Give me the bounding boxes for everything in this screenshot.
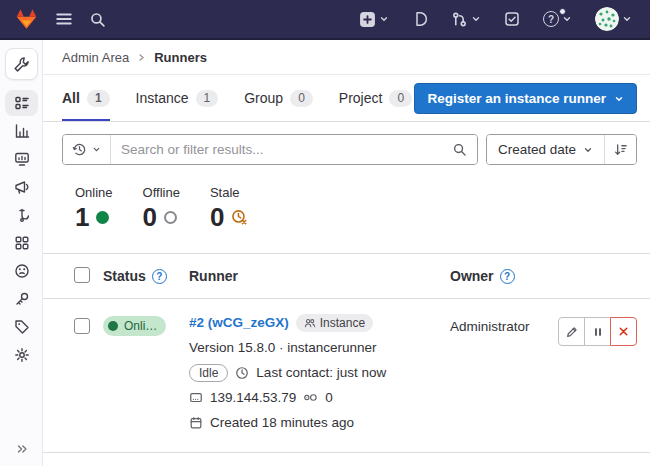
gear-icon	[14, 347, 30, 363]
column-header-owner: Owner	[450, 268, 494, 284]
stale-status-icon	[231, 209, 248, 226]
runner-row: Onli… #2 (wCG_zeGX) Instance Version 15.…	[43, 299, 650, 453]
online-status-icon	[96, 211, 109, 224]
overview-icon	[14, 95, 30, 111]
sidebar-item-system-hooks[interactable]	[5, 202, 38, 228]
search-icon	[452, 142, 467, 157]
search-history-button[interactable]	[63, 135, 111, 164]
tab-all-count-badge: 1	[87, 90, 110, 107]
sidebar-item-settings[interactable]	[5, 342, 38, 368]
hook-icon	[14, 207, 30, 223]
issues-icon	[412, 11, 428, 27]
breadcrumb: Admin Area Runners	[43, 40, 650, 75]
monitor-icon	[14, 151, 30, 167]
top-bar: ?	[0, 0, 650, 40]
sidebar-item-monitoring[interactable]	[5, 146, 38, 172]
plus-square-icon	[359, 11, 376, 28]
search-input[interactable]	[111, 142, 442, 157]
stat-online: Online 1	[75, 185, 113, 231]
sidebar-item-applications[interactable]	[5, 230, 38, 256]
chevron-down-icon	[583, 145, 593, 155]
select-all-checkbox[interactable]	[74, 267, 90, 283]
sort-control: Created date	[486, 134, 637, 165]
people-icon	[304, 317, 316, 329]
sidebar-item-analytics[interactable]	[5, 118, 38, 144]
search-button[interactable]	[85, 7, 110, 32]
column-header-status: Status	[103, 268, 146, 284]
avatar	[595, 7, 619, 31]
search-icon	[89, 11, 106, 28]
frown-face-icon	[14, 263, 30, 279]
sidebar-item-admin-area[interactable]	[5, 48, 38, 80]
sidebar-item-messages[interactable]	[5, 174, 38, 200]
runner-link[interactable]: #2 (wCG_zeGX)	[189, 315, 289, 330]
megaphone-icon	[14, 179, 30, 195]
new-menu-button[interactable]	[355, 7, 393, 32]
pause-runner-button[interactable]	[584, 317, 611, 346]
tab-project[interactable]: Project 0	[339, 75, 412, 121]
register-instance-runner-button[interactable]: Register an instance runner	[414, 83, 637, 114]
help-icon: ?	[543, 11, 559, 27]
last-contact: Last contact: just now	[256, 365, 386, 380]
history-icon	[72, 142, 87, 157]
jobs-count: 0	[325, 390, 333, 405]
column-header-runner: Runner	[189, 268, 238, 284]
status-help-icon[interactable]: ?	[152, 269, 167, 284]
sort-by-dropdown[interactable]: Created date	[487, 135, 604, 164]
menu-button[interactable]	[51, 6, 77, 32]
tab-all[interactable]: All 1	[62, 75, 110, 121]
filter-bar: Created date	[62, 134, 637, 165]
tag-icon	[14, 319, 30, 335]
runner-type-tabs: All 1 Instance 1 Group 0 Project 0 Regis…	[43, 75, 650, 122]
todo-icon	[504, 11, 520, 27]
jobs-icon	[303, 391, 318, 404]
merge-requests-button[interactable]	[447, 7, 485, 32]
admin-sidebar	[0, 40, 43, 466]
sort-descending-icon	[613, 142, 628, 157]
issues-button[interactable]	[408, 7, 432, 31]
status-badge: Onli…	[103, 316, 166, 336]
user-menu-button[interactable]	[591, 3, 636, 35]
chevron-down-icon	[562, 14, 572, 24]
owner-link[interactable]: Administrator	[450, 319, 530, 334]
pencil-icon	[565, 325, 579, 339]
sidebar-item-overview[interactable]	[5, 90, 38, 116]
owner-help-icon[interactable]: ?	[500, 269, 515, 284]
clock-icon	[235, 366, 249, 380]
idle-badge: Idle	[189, 364, 228, 382]
grid-icon	[14, 235, 30, 251]
online-dot-icon	[108, 321, 118, 331]
chevron-down-icon	[379, 14, 389, 24]
chevron-right-icon	[137, 53, 146, 62]
runners-table-header: Status ? Runner Owner ?	[43, 253, 650, 299]
chevron-down-icon	[622, 14, 632, 24]
tab-project-count-badge: 0	[389, 90, 412, 107]
todos-button[interactable]	[500, 7, 524, 31]
row-checkbox[interactable]	[74, 318, 90, 334]
main-content: Admin Area Runners All 1 Instance 1 Grou…	[43, 40, 650, 466]
gitlab-logo-icon[interactable]	[14, 7, 39, 31]
x-icon	[617, 325, 630, 338]
tab-group[interactable]: Group 0	[244, 75, 313, 121]
sort-direction-button[interactable]	[604, 135, 636, 164]
tab-instance[interactable]: Instance 1	[136, 75, 219, 121]
sidebar-item-abuse-reports[interactable]	[5, 258, 38, 284]
edit-runner-button[interactable]	[558, 317, 585, 346]
breadcrumb-admin-area-link[interactable]: Admin Area	[62, 50, 129, 65]
delete-runner-button[interactable]	[610, 317, 637, 346]
runner-summary-cell: #2 (wCG_zeGX) Instance Version 15.8.0 · …	[189, 313, 450, 438]
sidebar-item-deploy-keys[interactable]	[5, 286, 38, 312]
double-chevron-right-icon	[15, 442, 29, 456]
tab-instance-count-badge: 1	[196, 90, 219, 107]
search-submit-button[interactable]	[442, 135, 477, 164]
bar-chart-icon	[14, 123, 30, 139]
runner-created: Created 18 minutes ago	[210, 415, 354, 430]
stat-offline: Offline 0	[143, 185, 180, 231]
sidebar-expand-button[interactable]	[0, 442, 43, 456]
tab-group-count-badge: 0	[290, 90, 313, 107]
hamburger-icon	[55, 10, 73, 28]
sidebar-item-labels[interactable]	[5, 314, 38, 340]
help-button[interactable]: ?	[539, 7, 576, 31]
pause-icon	[592, 326, 604, 338]
filtered-search	[62, 134, 478, 165]
